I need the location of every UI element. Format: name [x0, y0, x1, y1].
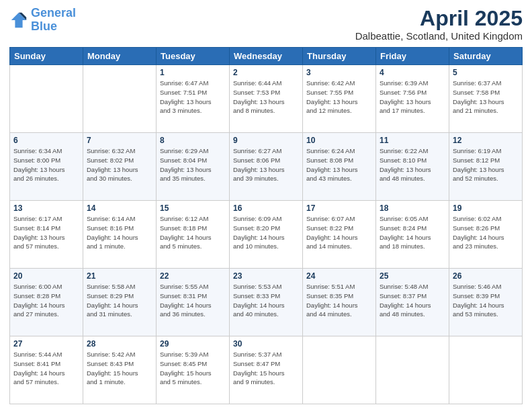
calendar-cell: 22Sunrise: 5:55 AMSunset: 8:31 PMDayligh…	[157, 269, 230, 336]
day-info: Sunrise: 5:51 AMSunset: 8:35 PMDaylight:…	[306, 282, 372, 319]
day-info: Sunrise: 6:42 AMSunset: 7:55 PMDaylight:…	[306, 79, 372, 116]
day-info: Sunrise: 5:53 AMSunset: 8:33 PMDaylight:…	[233, 282, 299, 319]
calendar-cell: 11Sunrise: 6:22 AMSunset: 8:10 PMDayligh…	[376, 133, 449, 201]
calendar-cell: 20Sunrise: 6:00 AMSunset: 8:28 PMDayligh…	[10, 269, 83, 336]
day-info: Sunrise: 6:44 AMSunset: 7:53 PMDaylight:…	[233, 79, 299, 116]
calendar-cell	[449, 336, 523, 404]
day-number: 24	[306, 271, 372, 281]
calendar-cell: 2Sunrise: 6:44 AMSunset: 7:53 PMDaylight…	[230, 65, 303, 133]
col-friday: Friday	[376, 48, 449, 65]
col-thursday: Thursday	[303, 48, 376, 65]
logo-text: General Blue	[31, 7, 76, 34]
title-block: April 2025 Dalbeattie, Scotland, United …	[355, 7, 523, 42]
day-info: Sunrise: 6:22 AMSunset: 8:10 PMDaylight:…	[380, 146, 445, 183]
day-info: Sunrise: 6:32 AMSunset: 8:02 PMDaylight:…	[87, 146, 152, 183]
calendar-cell: 25Sunrise: 5:48 AMSunset: 8:37 PMDayligh…	[376, 269, 449, 336]
calendar-cell: 24Sunrise: 5:51 AMSunset: 8:35 PMDayligh…	[303, 269, 376, 336]
day-info: Sunrise: 6:29 AMSunset: 8:04 PMDaylight:…	[160, 146, 226, 183]
col-saturday: Saturday	[449, 48, 523, 65]
day-info: Sunrise: 6:17 AMSunset: 8:14 PMDaylight:…	[13, 214, 79, 251]
day-number: 10	[306, 136, 372, 145]
col-monday: Monday	[83, 48, 157, 65]
calendar-cell: 14Sunrise: 6:14 AMSunset: 8:16 PMDayligh…	[83, 201, 157, 269]
day-info: Sunrise: 6:47 AMSunset: 7:51 PMDaylight:…	[160, 79, 226, 116]
day-number: 23	[233, 271, 299, 281]
day-info: Sunrise: 6:07 AMSunset: 8:22 PMDaylight:…	[306, 214, 372, 251]
calendar-cell: 28Sunrise: 5:42 AMSunset: 8:43 PMDayligh…	[83, 336, 157, 404]
calendar-cell: 4Sunrise: 6:39 AMSunset: 7:56 PMDaylight…	[376, 65, 449, 133]
day-info: Sunrise: 6:24 AMSunset: 8:08 PMDaylight:…	[306, 146, 372, 183]
subtitle: Dalbeattie, Scotland, United Kingdom	[355, 30, 523, 42]
day-number: 14	[87, 203, 152, 213]
day-info: Sunrise: 5:48 AMSunset: 8:37 PMDaylight:…	[380, 282, 445, 319]
day-number: 8	[160, 136, 226, 145]
calendar-cell: 1Sunrise: 6:47 AMSunset: 7:51 PMDaylight…	[157, 65, 230, 133]
day-info: Sunrise: 6:09 AMSunset: 8:20 PMDaylight:…	[233, 214, 299, 251]
header: General Blue April 2025 Dalbeattie, Scot…	[9, 7, 523, 42]
logo: General Blue	[9, 7, 76, 34]
calendar-cell	[303, 336, 376, 404]
page: General Blue April 2025 Dalbeattie, Scot…	[0, 0, 532, 411]
day-info: Sunrise: 6:19 AMSunset: 8:12 PMDaylight:…	[453, 146, 519, 183]
day-number: 26	[453, 271, 519, 281]
calendar-cell: 30Sunrise: 5:37 AMSunset: 8:47 PMDayligh…	[230, 336, 303, 404]
day-number: 6	[13, 136, 79, 145]
calendar-cell: 21Sunrise: 5:58 AMSunset: 8:29 PMDayligh…	[83, 269, 157, 336]
col-wednesday: Wednesday	[230, 48, 303, 65]
day-number: 4	[380, 68, 445, 77]
calendar-cell	[83, 65, 157, 133]
day-info: Sunrise: 6:39 AMSunset: 7:56 PMDaylight:…	[380, 79, 445, 116]
calendar-cell: 12Sunrise: 6:19 AMSunset: 8:12 PMDayligh…	[449, 133, 523, 201]
calendar-cell: 3Sunrise: 6:42 AMSunset: 7:55 PMDaylight…	[303, 65, 376, 133]
day-number: 20	[13, 271, 79, 281]
day-number: 19	[453, 203, 519, 213]
week-row-2: 6Sunrise: 6:34 AMSunset: 8:00 PMDaylight…	[10, 133, 523, 201]
day-number: 3	[306, 68, 372, 77]
calendar-cell	[376, 336, 449, 404]
calendar-cell: 15Sunrise: 6:12 AMSunset: 8:18 PMDayligh…	[157, 201, 230, 269]
day-number: 1	[160, 68, 226, 77]
day-info: Sunrise: 6:34 AMSunset: 8:00 PMDaylight:…	[13, 146, 79, 183]
calendar-cell: 9Sunrise: 6:27 AMSunset: 8:06 PMDaylight…	[230, 133, 303, 201]
col-sunday: Sunday	[10, 48, 83, 65]
day-info: Sunrise: 6:27 AMSunset: 8:06 PMDaylight:…	[233, 146, 299, 183]
week-row-4: 20Sunrise: 6:00 AMSunset: 8:28 PMDayligh…	[10, 269, 523, 336]
logo-icon	[9, 11, 28, 30]
calendar-cell: 13Sunrise: 6:17 AMSunset: 8:14 PMDayligh…	[10, 201, 83, 269]
week-row-1: 1Sunrise: 6:47 AMSunset: 7:51 PMDaylight…	[10, 65, 523, 133]
day-info: Sunrise: 6:12 AMSunset: 8:18 PMDaylight:…	[160, 214, 226, 251]
day-info: Sunrise: 5:39 AMSunset: 8:45 PMDaylight:…	[160, 350, 226, 387]
day-info: Sunrise: 5:37 AMSunset: 8:47 PMDaylight:…	[233, 350, 299, 387]
calendar-cell: 6Sunrise: 6:34 AMSunset: 8:00 PMDaylight…	[10, 133, 83, 201]
day-number: 16	[233, 203, 299, 213]
day-number: 18	[380, 203, 445, 213]
calendar-cell: 23Sunrise: 5:53 AMSunset: 8:33 PMDayligh…	[230, 269, 303, 336]
day-info: Sunrise: 6:37 AMSunset: 7:58 PMDaylight:…	[453, 79, 519, 116]
day-number: 9	[233, 136, 299, 145]
calendar-table: Sunday Monday Tuesday Wednesday Thursday…	[9, 47, 523, 404]
day-number: 12	[453, 136, 519, 145]
day-info: Sunrise: 5:55 AMSunset: 8:31 PMDaylight:…	[160, 282, 226, 319]
main-title: April 2025	[355, 7, 523, 30]
day-number: 28	[87, 339, 152, 349]
day-number: 29	[160, 339, 226, 349]
day-number: 22	[160, 271, 226, 281]
day-info: Sunrise: 5:58 AMSunset: 8:29 PMDaylight:…	[87, 282, 152, 319]
day-number: 5	[453, 68, 519, 77]
svg-marker-0	[11, 13, 26, 28]
calendar-header-row: Sunday Monday Tuesday Wednesday Thursday…	[10, 48, 523, 65]
day-number: 21	[87, 271, 152, 281]
calendar-cell: 27Sunrise: 5:44 AMSunset: 8:41 PMDayligh…	[10, 336, 83, 404]
day-number: 11	[380, 136, 445, 145]
day-number: 30	[233, 339, 299, 349]
calendar-cell: 7Sunrise: 6:32 AMSunset: 8:02 PMDaylight…	[83, 133, 157, 201]
calendar-cell: 17Sunrise: 6:07 AMSunset: 8:22 PMDayligh…	[303, 201, 376, 269]
day-info: Sunrise: 6:02 AMSunset: 8:26 PMDaylight:…	[453, 214, 519, 251]
calendar-cell: 26Sunrise: 5:46 AMSunset: 8:39 PMDayligh…	[449, 269, 523, 336]
calendar-cell: 5Sunrise: 6:37 AMSunset: 7:58 PMDaylight…	[449, 65, 523, 133]
calendar-cell	[10, 65, 83, 133]
day-number: 7	[87, 136, 152, 145]
day-number: 15	[160, 203, 226, 213]
day-info: Sunrise: 6:14 AMSunset: 8:16 PMDaylight:…	[87, 214, 152, 251]
week-row-5: 27Sunrise: 5:44 AMSunset: 8:41 PMDayligh…	[10, 336, 523, 404]
